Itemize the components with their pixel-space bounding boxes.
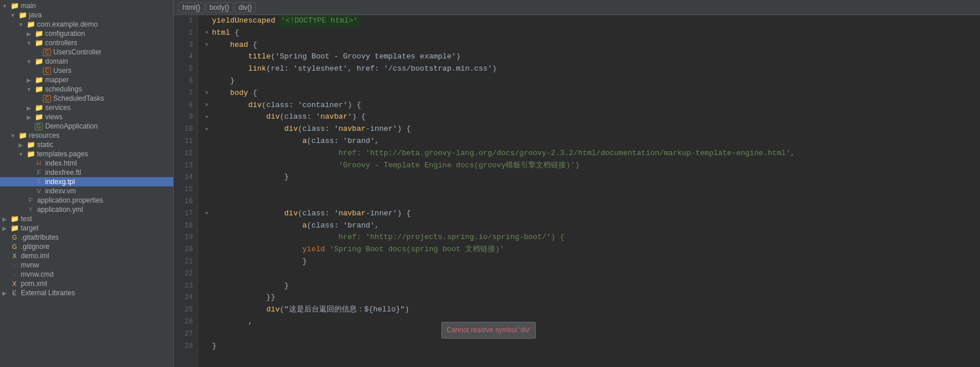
tree-label: resources: [29, 131, 173, 140]
line-number: 16: [174, 196, 193, 208]
sidebar-item-main[interactable]: ▼ 📁 main: [0, 1, 173, 10]
sidebar-item-services[interactable]: ▶ 📁 services: [0, 103, 173, 112]
tree-label: controllers: [45, 39, 173, 47]
line-numbers: 1234567891011121314151617181920212223242…: [174, 15, 198, 367]
sidebar-item-UsersController[interactable]: C UsersController: [0, 47, 173, 57]
tree-arrow: ▶: [0, 216, 9, 222]
line-number: 4: [174, 51, 193, 63]
sidebar-item-java[interactable]: ▼ 📁 java: [0, 10, 173, 20]
sidebar-item-Users[interactable]: C Users: [0, 66, 173, 75]
code-line: }: [203, 256, 980, 268]
line-number: 17: [174, 208, 193, 220]
sidebar-item-views[interactable]: ▶ 📁 views: [0, 112, 173, 122]
breadcrumb-item[interactable]: html{}: [178, 2, 204, 13]
code-line: a(class: 'brand',: [203, 135, 980, 148]
code-token: a: [212, 135, 307, 148]
sidebar-item-configuration[interactable]: ▶ 📁 configuration: [0, 29, 173, 38]
tree-arrow: ▼: [0, 3, 9, 9]
tree-icon: H: [34, 159, 44, 167]
tree-icon: T: [34, 178, 44, 186]
tree-label: test: [21, 215, 173, 223]
fold-button[interactable]: ▼: [203, 210, 211, 218]
sidebar-item-.gitattributes[interactable]: G .gitattributes: [0, 233, 173, 242]
code-token: [275, 15, 280, 27]
line-number: 26: [174, 316, 193, 328]
sidebar-item-indexv.vm[interactable]: V indexv.vm: [0, 186, 173, 196]
sidebar-item-resources[interactable]: ▼ 📁 resources: [0, 131, 173, 140]
code-line: yield 'Spring Boot docs(spring boot 文档链接…: [203, 244, 980, 256]
line-number: 6: [174, 75, 193, 87]
sidebar-item-application.properties[interactable]: P application.properties: [0, 196, 173, 205]
sidebar-item-schedulings[interactable]: ▼ 📁 schedulings: [0, 85, 173, 94]
tree-label: indexfree.ftl: [45, 168, 173, 177]
sidebar-item-DemoApplication[interactable]: G DemoApplication: [0, 122, 173, 131]
fold-button[interactable]: ▼: [203, 113, 211, 122]
code-line: ▼html {: [203, 27, 980, 39]
code-token: link: [212, 63, 266, 75]
sidebar-item-ScheduledTasks[interactable]: C ScheduledTasks: [0, 94, 173, 103]
fold-button[interactable]: ▼: [203, 89, 211, 97]
sidebar-item-indexg.tpl[interactable]: T indexg.tpl: [0, 177, 173, 186]
tree-icon: 📁: [34, 113, 44, 121]
file-tree[interactable]: ▼ 📁 main ▼ 📁 java ▼ 📁 com.example.demo ▶…: [0, 0, 174, 367]
fold-button[interactable]: ▼: [203, 41, 211, 49]
code-area: 1234567891011121314151617181920212223242…: [174, 15, 980, 367]
code-content[interactable]: yieldUnescaped '<!DOCTYPE html>'▼html {▼…: [198, 15, 980, 367]
line-number: 12: [174, 148, 193, 160]
sidebar-item-test[interactable]: ▶ 📁 test: [0, 214, 173, 223]
tree-arrow: ▼: [16, 21, 25, 28]
tree-arrow: ▶: [0, 225, 9, 232]
tree-icon: X: [9, 280, 20, 288]
code-token: 'Groovy - Template Engine docs(groovy模板引…: [212, 160, 580, 172]
sidebar-item-mvnw[interactable]: · mvnw: [0, 260, 173, 270]
line-number: 19: [174, 232, 193, 244]
line-number: 18: [174, 220, 193, 232]
sidebar-item-mvnw.cmd[interactable]: · mvnw.cmd: [0, 270, 173, 279]
tree-label: application.properties: [37, 196, 173, 204]
breadcrumb-item[interactable]: body{}: [206, 2, 233, 13]
code-line: ▼ head {: [203, 39, 980, 52]
tree-icon: C: [42, 48, 52, 56]
code-token: }: [212, 280, 289, 292]
sidebar-item-domain[interactable]: ▼ 📁 domain: [0, 57, 173, 66]
sidebar-item-index.html[interactable]: H index.html: [0, 159, 173, 168]
line-number: 24: [174, 292, 193, 304]
code-line: [203, 328, 980, 340]
code-line: yieldUnescaped '<!DOCTYPE html>': [203, 15, 980, 27]
tree-label: indexv.vm: [45, 187, 173, 195]
tree-icon: E: [9, 289, 20, 297]
tree-label: ScheduledTasks: [53, 94, 173, 102]
code-token: navbar: [320, 111, 348, 123]
line-number: 11: [174, 135, 193, 148]
sidebar-item-application.yml[interactable]: Y application.yml: [0, 205, 173, 214]
tree-label: views: [45, 113, 173, 121]
fold-button[interactable]: ▼: [203, 29, 211, 37]
tree-label: mvnw.cmd: [21, 270, 173, 278]
breadcrumb-item[interactable]: div{}: [235, 2, 256, 13]
sidebar-item-.gitignore[interactable]: G .gitignore: [0, 242, 173, 251]
sidebar-item-templates.pages[interactable]: ▼ 📁 templates.pages: [0, 149, 173, 159]
code-token: ('Spring Boot - Groovy templates example…: [270, 51, 460, 63]
fold-button[interactable]: ▼: [203, 101, 211, 109]
code-line: ,: [203, 316, 980, 328]
tree-icon: G: [9, 233, 20, 241]
sidebar-item-indexfree.ftl[interactable]: F indexfree.ftl: [0, 168, 173, 177]
fold-button[interactable]: ▼: [203, 126, 211, 134]
sidebar-item-pom.xml[interactable]: X pom.xml: [0, 279, 173, 288]
sidebar-item-ExternalLibraries[interactable]: ▶ E External Libraries: [0, 288, 173, 298]
sidebar-item-com.example.demo[interactable]: ▼ 📁 com.example.demo: [0, 20, 173, 29]
sidebar-item-mapper[interactable]: ▶ 📁 mapper: [0, 75, 173, 85]
code-token: {: [230, 27, 239, 39]
line-number: 10: [174, 123, 193, 135]
sidebar-item-demo.iml[interactable]: X demo.iml: [0, 251, 173, 260]
tree-icon: G: [34, 122, 44, 130]
sidebar-item-target[interactable]: ▶ 📁 target: [0, 223, 173, 233]
code-token: div: [266, 304, 280, 316]
code-token: div: [212, 208, 298, 220]
code-token: }: [212, 292, 270, 304]
line-number: 20: [174, 244, 193, 256]
code-token: }: [212, 171, 289, 183]
tree-icon: 📁: [25, 150, 36, 158]
sidebar-item-controllers[interactable]: ▼ 📁 controllers: [0, 38, 173, 47]
sidebar-item-static[interactable]: ▶ 📁 static: [0, 140, 173, 149]
